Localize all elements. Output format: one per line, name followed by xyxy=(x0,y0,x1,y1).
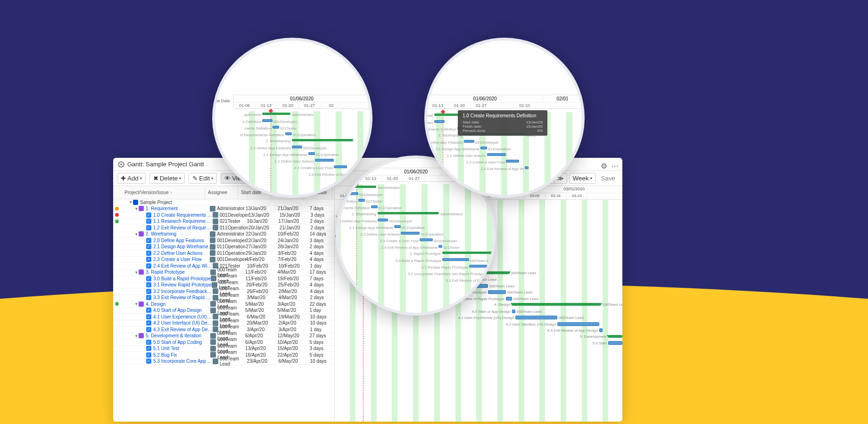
task-row[interactable]: ✓2.1 Design App Wireframe011Operation27/… xyxy=(113,244,334,251)
zoom-lens-right: 01/06/2020 02/01 01-1301-2001-2702-10 1.… xyxy=(424,38,585,198)
task-tooltip: 1.0 Create Requirements Definition Start… xyxy=(458,110,547,136)
edit-button[interactable]: ✎ Edit ▾ xyxy=(189,173,217,184)
task-row[interactable]: ✓2.2 Define User Actions011Operation29/J… xyxy=(113,250,334,257)
svg-point-0 xyxy=(120,163,122,165)
task-row[interactable]: ✓2.3 Create a User Flow001Developer4/Feb… xyxy=(113,257,334,263)
task-row[interactable]: ✓1.1 Research Requirements Definiti...02… xyxy=(113,219,334,225)
menu-icon[interactable]: ⋯ xyxy=(611,162,618,168)
task-row[interactable]: ▾2. WireframingAdministrator22/Jan/2010/… xyxy=(113,231,334,238)
task-row[interactable]: ✓1.2 Exit Review of Requirements De...01… xyxy=(113,225,334,231)
task-list-panel: Project/Version/Issue↑ Assignee Start da… xyxy=(113,186,335,422)
task-row[interactable]: ✓1.0 Create Requirements Definition001De… xyxy=(113,212,334,219)
col-issue[interactable]: Project/Version/Issue↑ xyxy=(113,186,205,199)
week-button[interactable]: Week ▾ xyxy=(569,173,596,184)
app-icon xyxy=(118,161,124,168)
col-assignee[interactable]: Assignee xyxy=(205,186,238,199)
task-row[interactable]: ✓2.0 Define App Features001Developer22/J… xyxy=(113,237,334,244)
delete-button[interactable]: ✖ Delete ▾ xyxy=(149,173,185,184)
settings-icon[interactable]: ⚙ xyxy=(601,162,607,168)
task-row[interactable]: ▾Sample Project xyxy=(113,199,334,206)
task-row[interactable]: ✓5.3 Incorporate Core App Functiona...00… xyxy=(113,359,334,365)
task-row[interactable]: ▾1. RequirementAdministrator13/Jan/2021/… xyxy=(113,206,334,212)
save-button[interactable]: Save xyxy=(598,173,619,183)
add-button[interactable]: ✚ Add ▾ xyxy=(117,173,146,184)
zoom-lens-left: Due Date 01/06/2020 01-0601-1301-2001-27… xyxy=(212,38,372,198)
